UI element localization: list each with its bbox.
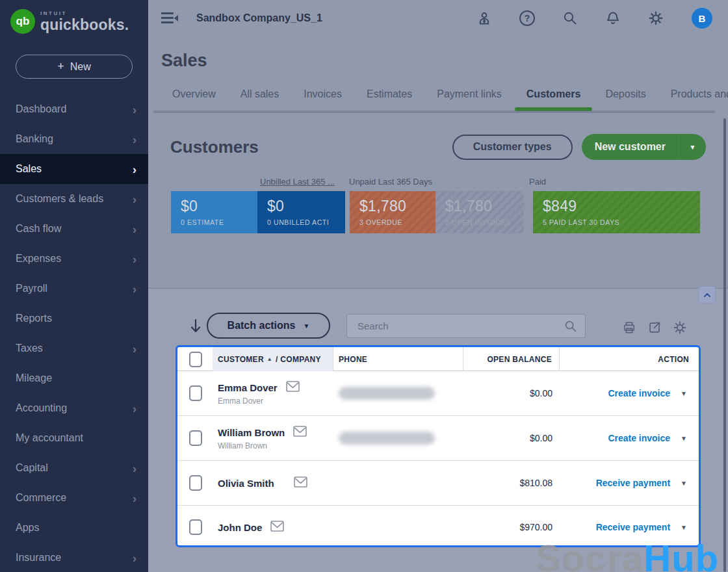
row-checkbox[interactable] [189,385,202,401]
sort-asc-icon: ▲ [267,356,272,362]
row-checkbox[interactable] [189,519,202,535]
batch-actions-button[interactable]: Batch actions ▼ [207,313,330,339]
accountant-icon[interactable] [476,10,493,27]
moneybar-unbilled-activity[interactable]: $0 0 UNBILLED ACTI [257,191,345,233]
tab-invoices[interactable]: Invoices [304,86,342,113]
sidebar-item-mileage[interactable]: Mileage [0,363,148,393]
action-link[interactable]: Receive payment [596,478,670,488]
moneybar-estimates[interactable]: $0 0 ESTIMATE [171,191,257,233]
sidebar-item-apps[interactable]: Apps [0,513,148,543]
chevron-down-icon: ▼ [304,322,310,330]
tab-deposits[interactable]: Deposits [605,86,645,113]
new-customer-button[interactable]: New customer ▼ [582,134,706,160]
customer-list-section: Batch actions ▼ [148,288,728,572]
row-checkbox[interactable] [189,430,202,446]
moneybar-labels: Unbilled Last 365 ... Unpaid Last 365 Da… [148,177,728,187]
column-header-phone[interactable]: PHONE [333,347,463,371]
print-icon[interactable] [622,320,636,337]
chevron-right-icon: › [133,193,136,205]
import-export-arrow-icon[interactable] [188,318,203,337]
customer-types-button[interactable]: Customer types [452,135,573,160]
new-customer-dropdown[interactable]: ▼ [679,134,706,160]
sales-tabs: Overview All sales Invoices Estimates Pa… [148,86,728,116]
open-balance-value: $970.00 [463,522,560,532]
sidebar-item-expenses[interactable]: Expenses› [0,244,148,274]
chevron-down-icon: ▼ [690,144,696,151]
sidebar-item-reports[interactable]: Reports [0,304,148,333]
chevron-right-icon: › [133,402,136,415]
sidebar-item-banking[interactable]: Banking› [0,124,148,154]
avatar[interactable]: B [692,8,712,29]
tab-estimates[interactable]: Estimates [367,86,412,113]
action-dropdown-icon[interactable]: ▼ [681,480,687,487]
paid-label: Paid [529,177,546,187]
open-balance-value: $810.08 [463,478,560,488]
search-icon[interactable] [562,10,578,27]
email-icon [286,381,300,395]
customers-page: Customers Customer types New customer ▼ … [148,116,728,572]
quickbooks-logo: qb INTUIT quickbooks. [0,0,148,34]
action-link[interactable]: Receive payment [596,522,670,532]
customer-name-link[interactable]: Emma Dover [218,382,278,393]
customers-table: CUSTOMER ▲ / COMPANY PHONE OPEN BALANCE … [176,345,701,547]
sidebar-item-payroll[interactable]: Payroll› [0,274,148,304]
chevron-right-icon: › [133,283,136,295]
row-checkbox[interactable] [189,475,202,491]
company-name[interactable]: Sandbox Company_US_1 [196,12,322,24]
export-icon[interactable] [647,320,662,337]
new-button[interactable]: + New [16,55,133,79]
action-dropdown-icon[interactable]: ▼ [681,390,687,397]
tab-products-and-services[interactable]: Products and services [671,86,728,113]
unbilled-label[interactable]: Unbilled Last 365 ... [260,177,335,187]
sidebar-item-customers-leads[interactable]: Customers & leads› [0,184,148,214]
chevron-right-icon: › [133,343,136,355]
sidebar-item-cash-flow[interactable]: Cash flow› [0,214,148,244]
customer-company: William Brown [218,441,333,450]
action-dropdown-icon[interactable]: ▼ [681,524,687,531]
moneybar-open-invoices[interactable]: $1,780 3 OPEN INVOICES [436,191,524,233]
sidebar-item-accounting[interactable]: Accounting› [0,393,148,423]
chevron-right-icon: › [133,253,136,265]
table-row: Emma Dover Emma Dover $0.00 Create invoi… [177,371,699,416]
sidebar-item-commerce[interactable]: Commerce› [0,483,148,513]
select-all-checkbox[interactable] [189,352,202,367]
sidebar-item-my-accountant[interactable]: My accountant [0,423,148,453]
tab-all-sales[interactable]: All sales [240,86,280,113]
column-header-customer-company[interactable]: CUSTOMER ▲ / COMPANY [213,347,333,371]
settings-icon[interactable] [647,10,664,27]
sidebar-item-insurance[interactable]: Insurance› [0,543,148,572]
sidebar-item-capital[interactable]: Capital› [0,453,148,483]
list-toolbar: Batch actions ▼ [176,313,701,340]
unpaid-label: Unpaid Last 365 Days [349,177,432,187]
redacted-phone [339,432,435,445]
customer-name-link[interactable]: William Brown [218,427,285,438]
notifications-icon[interactable] [604,10,621,27]
moneybar-overdue[interactable]: $1,780 3 OVERDUE [350,191,436,233]
chevron-up-icon [702,290,712,300]
column-header-open-balance[interactable]: OPEN BALANCE [463,347,560,371]
search-input[interactable] [346,314,586,338]
topbar: Sandbox Company_US_1 ? B [148,0,728,36]
customer-name-link[interactable]: Olivia Smith [218,478,274,489]
customer-name-link[interactable]: John Doe [218,522,262,533]
moneybar-paid[interactable]: $849 5 PAID LAST 30 DAYS [533,191,700,233]
tab-payment-links[interactable]: Payment links [437,86,502,113]
column-header-action: ACTION [560,347,699,371]
tab-customers[interactable]: Customers [526,86,581,113]
collapse-menu-icon[interactable] [161,12,178,25]
quickbooks-logo-icon: qb [10,9,35,34]
page-title: Sales [161,51,207,71]
table-settings-icon[interactable] [673,320,687,337]
action-link[interactable]: Create invoice [608,433,670,443]
scroll-to-top-button[interactable] [698,286,716,304]
vertical-scrollbar[interactable] [723,118,726,572]
sidebar-item-dashboard[interactable]: Dashboard› [0,94,148,124]
help-icon[interactable]: ? [519,10,536,27]
sidebar-item-taxes[interactable]: Taxes› [0,333,148,363]
chevron-right-icon: › [133,133,136,146]
tab-overview[interactable]: Overview [172,86,216,113]
chevron-right-icon: › [133,552,136,564]
action-dropdown-icon[interactable]: ▼ [681,435,687,442]
sidebar-item-sales[interactable]: Sales› [0,154,148,184]
action-link[interactable]: Create invoice [608,388,670,398]
